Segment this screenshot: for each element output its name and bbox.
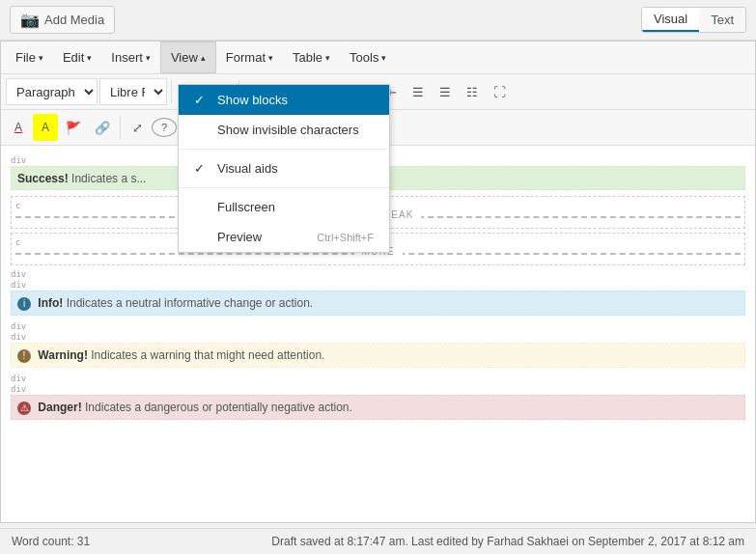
warning-strong: Warning! — [38, 348, 88, 362]
text-color-button[interactable]: A — [6, 114, 31, 141]
table-insert-button[interactable]: ☷ — [460, 78, 485, 105]
info-strong: Info! — [38, 296, 63, 310]
help-button[interactable]: ? — [152, 118, 177, 137]
menu-bar: File ▾ Edit ▾ Insert ▾ View ▴ Format ▾ T… — [1, 42, 755, 74]
dropdown-item-preview[interactable]: Preview Ctrl+Shift+F — [179, 222, 389, 252]
warning-text: Indicates a warning that might need atte… — [91, 348, 324, 362]
info-text: Indicates a neutral informative change o… — [67, 296, 313, 310]
chevron-down-icon: ▾ — [325, 53, 330, 63]
text-tab[interactable]: Text — [699, 8, 745, 32]
danger-text: Indicates a dangerous or potentially neg… — [85, 401, 352, 414]
add-media-button[interactable]: 📷 Add Media — [10, 6, 115, 34]
fullscreen-button[interactable]: ⛶ — [487, 78, 512, 105]
info-icon: i — [17, 297, 31, 311]
success-strong: Success! — [17, 172, 69, 185]
list-ordered-button[interactable]: ☰ — [433, 78, 458, 105]
menu-item-file[interactable]: File ▾ — [6, 42, 53, 72]
check-icon: ✓ — [194, 93, 210, 107]
bg-color-button[interactable]: A — [33, 114, 58, 141]
dropdown-item-label: Visual aids — [217, 161, 278, 176]
flag-button[interactable]: 🚩 — [60, 114, 87, 141]
dropdown-item-label: Fullscreen — [217, 200, 275, 214]
draft-info: Draft saved at 8:17:47 am. Last edited b… — [271, 535, 744, 548]
more-line — [15, 253, 741, 255]
chevron-down-icon: ▾ — [87, 53, 92, 63]
menu-item-tools[interactable]: Tools ▾ — [340, 42, 396, 72]
dropdown-item-label: Preview — [217, 230, 262, 244]
check-icon: ✓ — [194, 161, 210, 176]
dropdown-item-show-blocks[interactable]: ✓ Show blocks — [179, 85, 389, 115]
danger-strong: Danger! — [38, 401, 81, 414]
font-select[interactable]: Libre F — [99, 78, 167, 105]
add-media-icon: 📷 — [20, 11, 40, 29]
visual-tab[interactable]: Visual — [642, 8, 699, 32]
keyboard-shortcut: Ctrl+Shift+F — [317, 232, 374, 243]
div-label: div — [11, 332, 745, 342]
link-button[interactable]: 🔗 — [89, 114, 116, 141]
warning-block: ! Warning! Indicates a warning that migh… — [11, 343, 745, 368]
info-block: i Info! Indicates a neutral informative … — [11, 291, 745, 316]
chevron-down-icon: ▾ — [146, 53, 151, 63]
visual-text-switcher: Visual Text — [641, 7, 746, 33]
danger-icon: ⚠ — [17, 402, 31, 415]
list-bullet-button[interactable]: ☰ — [406, 78, 431, 105]
expand-button[interactable]: ⤢ — [125, 114, 150, 141]
danger-block: ⚠ Danger! Indicates a dangerous or poten… — [11, 395, 745, 420]
div-label: div — [11, 321, 745, 331]
paragraph-select[interactable]: Paragraph — [6, 78, 98, 105]
view-dropdown-menu: ✓ Show blocks Show invisible characters … — [178, 84, 390, 253]
chevron-up-icon: ▴ — [201, 53, 206, 63]
chevron-down-icon: ▾ — [39, 53, 43, 63]
menu-item-edit[interactable]: Edit ▾ — [53, 42, 101, 72]
dropdown-item-visual-aids[interactable]: ✓ Visual aids — [179, 153, 389, 183]
menu-item-format[interactable]: Format ▾ — [216, 42, 283, 72]
div-label: div — [11, 269, 745, 279]
div-label: div — [11, 374, 745, 383]
dropdown-divider — [179, 187, 389, 188]
toolbar-separator — [171, 80, 172, 103]
dropdown-item-fullscreen[interactable]: Fullscreen — [179, 192, 389, 222]
toolbar-separator — [120, 116, 121, 139]
menu-item-table[interactable]: Table ▾ — [283, 42, 340, 72]
add-media-label: Add Media — [44, 13, 104, 27]
div-label: div — [11, 280, 745, 290]
chevron-down-icon: ▾ — [268, 53, 273, 63]
dropdown-divider — [179, 149, 389, 150]
dropdown-item-label: Show blocks — [217, 93, 288, 107]
menu-item-insert[interactable]: Insert ▾ — [101, 42, 160, 72]
menu-item-view[interactable]: View ▴ — [160, 42, 216, 73]
warning-icon: ! — [17, 349, 31, 363]
dropdown-item-label: Show invisible characters — [217, 123, 359, 137]
div-label: div — [11, 384, 745, 394]
status-bar: Word count: 31 Draft saved at 8:17:47 am… — [0, 528, 756, 554]
word-count: Word count: 31 — [12, 535, 90, 548]
success-text: Indicates a s... — [71, 172, 146, 185]
chevron-down-icon: ▾ — [381, 53, 386, 63]
dropdown-item-show-invisible[interactable]: Show invisible characters — [179, 115, 389, 145]
